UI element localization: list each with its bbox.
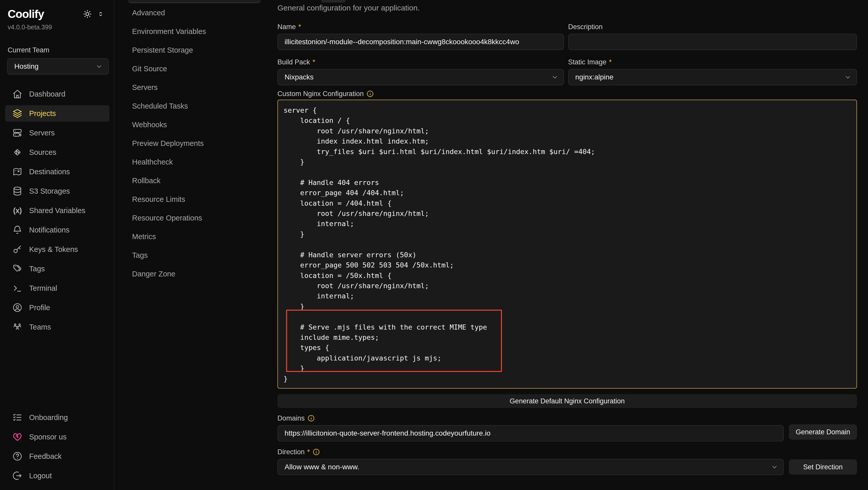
sidebar-item-dashboard[interactable]: Dashboard	[5, 86, 109, 102]
sidebar-item-profile[interactable]: Profile	[5, 299, 109, 316]
required-asterisk: *	[609, 58, 612, 66]
help-circle-icon	[12, 451, 23, 461]
direction-value: Allow www & non-www.	[285, 463, 771, 471]
sidebar-item-label: Dashboard	[29, 90, 65, 98]
subnav-item-persistent-storage[interactable]: Persistent Storage	[128, 43, 261, 57]
tags-icon	[12, 264, 23, 274]
domains-label: Domains	[277, 414, 857, 423]
sidebar-item-feedback[interactable]: Feedback	[5, 448, 109, 464]
sidebar-item-shared-variables[interactable]: (x) Shared Variables	[5, 202, 109, 219]
tab-remnant	[321, 0, 346, 3]
terminal-icon	[12, 283, 23, 293]
subnav-item-rollback[interactable]: Rollback	[128, 174, 261, 188]
sidebar-item-servers[interactable]: Servers	[5, 125, 109, 141]
name-input[interactable]	[277, 34, 564, 50]
sidebar-item-notifications[interactable]: Notifications	[5, 222, 109, 238]
info-icon[interactable]	[366, 90, 374, 98]
subnav-item-webhooks[interactable]: Webhooks	[128, 118, 261, 132]
custom-nginx-configuration-label: Custom Nginx Configuration	[277, 89, 857, 98]
sidebar-item-label: Projects	[29, 109, 56, 118]
sidebar-item-label: Servers	[29, 129, 55, 137]
theme-toggle-sun-icon[interactable]	[83, 9, 92, 19]
subnav-item-advanced[interactable]: Advanced	[128, 6, 261, 20]
domains-input[interactable]	[277, 425, 784, 441]
chevrons-up-down-icon[interactable]	[97, 10, 104, 18]
description-input[interactable]	[568, 34, 857, 50]
subnav-item-scheduled-tasks[interactable]: Scheduled Tasks	[128, 99, 261, 113]
sidebar-item-label: Shared Variables	[29, 207, 85, 215]
app-version: v4.0.0-beta.399	[0, 21, 114, 31]
sidebar-item-label: Keys & Tokens	[29, 245, 78, 254]
page-description: General configuration for your applicati…	[277, 4, 857, 12]
subnav-item-metrics[interactable]: Metrics	[128, 229, 261, 244]
sidebar-item-label: S3 Storages	[29, 187, 70, 195]
user-circle-icon	[12, 303, 23, 313]
settings-subnav: Advanced Environment Variables Persisten…	[115, 0, 268, 285]
sidebar-item-teams[interactable]: Teams	[5, 319, 109, 335]
current-team-label: Current Team	[8, 46, 114, 54]
sidebar-item-sponsor-us[interactable]: Sponsor us	[5, 429, 109, 445]
generate-default-nginx-configuration-button[interactable]: Generate Default Nginx Configuration	[277, 394, 857, 408]
subnav-item-healthcheck[interactable]: Healthcheck	[128, 155, 261, 169]
app-title: Coolify	[8, 8, 44, 21]
heart-handshake-icon	[12, 432, 23, 442]
nginx-config-editor[interactable]: server { location / { root /usr/share/ng…	[277, 100, 857, 389]
sidebar-item-label: Onboarding	[29, 414, 68, 422]
sidebar-item-logout[interactable]: Logout	[5, 467, 109, 484]
required-asterisk: *	[298, 23, 301, 31]
info-icon[interactable]	[307, 415, 315, 422]
home-icon	[12, 89, 23, 99]
subnav-item-resource-limits[interactable]: Resource Limits	[128, 192, 261, 207]
info-icon[interactable]	[312, 448, 320, 456]
build-pack-select[interactable]: Nixpacks	[277, 69, 564, 85]
chevron-down-icon	[551, 73, 558, 81]
key-icon	[12, 244, 23, 254]
sidebar-footer-nav: Onboarding Sponsor us Feedback Logout	[0, 409, 114, 490]
variables-icon: (x)	[12, 205, 23, 216]
required-asterisk: *	[307, 448, 310, 456]
direction-label: Direction*	[277, 448, 857, 456]
name-label: Name*	[277, 23, 564, 31]
set-direction-button[interactable]: Set Direction	[789, 459, 857, 475]
sidebar-item-tags[interactable]: Tags	[5, 261, 109, 277]
build-pack-label: Build Pack*	[277, 58, 564, 66]
static-image-value: nginx:alpine	[575, 73, 844, 81]
nginx-config-code[interactable]: server { location / { root /usr/share/ng…	[278, 100, 857, 384]
static-image-label: Static Image*	[568, 58, 857, 66]
sidebar-item-label: Destinations	[29, 167, 70, 176]
sidebar-item-destinations[interactable]: Destinations	[5, 163, 109, 180]
sidebar-item-keys-tokens[interactable]: Keys & Tokens	[5, 241, 109, 257]
sidebar-item-terminal[interactable]: Terminal	[5, 280, 109, 296]
chevron-down-icon	[96, 63, 103, 70]
sidebar-item-projects[interactable]: Projects	[5, 105, 109, 122]
subnav-item-tags[interactable]: Tags	[128, 248, 261, 263]
subnav-item-resource-operations[interactable]: Resource Operations	[128, 211, 261, 225]
subnav-item-preview-deployments[interactable]: Preview Deployments	[128, 136, 261, 151]
logout-icon	[12, 470, 23, 481]
sidebar-item-label: Sources	[29, 148, 56, 157]
general-settings-panel: General configuration for your applicati…	[268, 0, 868, 490]
sidebar-item-label: Feedback	[29, 452, 62, 461]
subnav-item-environment-variables[interactable]: Environment Variables	[128, 24, 261, 38]
sidebar-item-onboarding[interactable]: Onboarding	[5, 409, 109, 426]
generate-domain-button[interactable]: Generate Domain	[789, 424, 857, 440]
sidebar-item-s3-storages[interactable]: S3 Storages	[5, 183, 109, 199]
sidebar-item-label: Sponsor us	[29, 433, 67, 441]
git-source-icon	[12, 147, 23, 157]
subnav-item-danger-zone[interactable]: Danger Zone	[128, 267, 261, 281]
team-select[interactable]: Hosting	[7, 58, 109, 74]
map-icon	[12, 166, 23, 177]
direction-select[interactable]: Allow www & non-www.	[277, 459, 784, 475]
sidebar-item-sources[interactable]: Sources	[5, 144, 109, 160]
build-pack-value: Nixpacks	[285, 73, 551, 81]
layers-icon	[12, 108, 23, 119]
subnav-item-servers[interactable]: Servers	[128, 80, 261, 94]
static-image-select[interactable]: nginx:alpine	[568, 69, 857, 85]
subnav-active-item-partial[interactable]	[128, 0, 261, 3]
subnav-item-git-source[interactable]: Git Source	[128, 62, 261, 76]
sidebar-item-label: Tags	[29, 265, 45, 273]
sidebar: Coolify v4.0.0-beta.399 Current Team Hos…	[0, 0, 115, 490]
chevron-down-icon	[771, 463, 778, 470]
users-icon	[12, 322, 23, 332]
sidebar-nav: Dashboard Projects Servers Sources Desti…	[0, 86, 114, 338]
